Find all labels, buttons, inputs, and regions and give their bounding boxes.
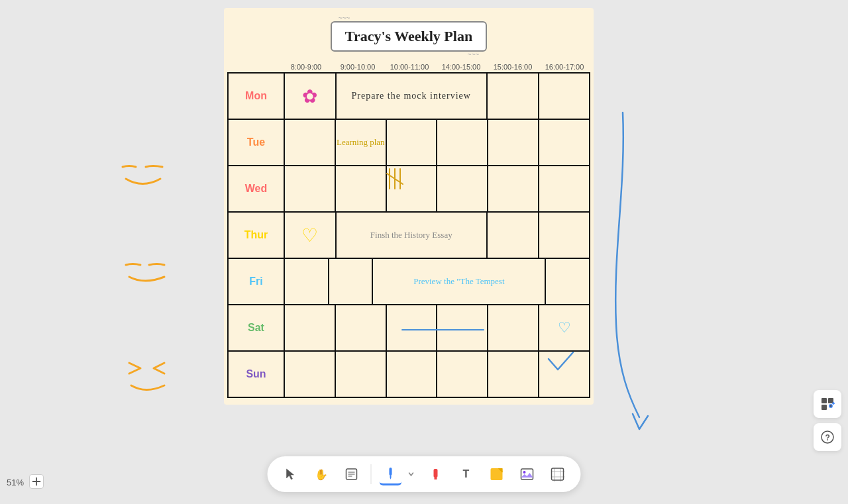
- sticky-note-button[interactable]: [486, 463, 508, 485]
- time-header-5: 15:00-16:00: [487, 62, 539, 72]
- grid-cell: [488, 166, 539, 211]
- fri-task-text: Preview the "The Tempest: [413, 276, 504, 287]
- svg-rect-22: [822, 398, 827, 403]
- grid-cell: [329, 259, 374, 304]
- svg-rect-10: [390, 468, 392, 476]
- plan-title-area: Tracy's Weekly Plan: [224, 8, 594, 62]
- grid-cell: ✿: [285, 74, 337, 119]
- svg-rect-24: [822, 405, 827, 410]
- flower-icon: ✿: [302, 85, 317, 107]
- day-label-sun: Sun: [229, 352, 285, 397]
- text-tool-button[interactable]: T: [455, 463, 478, 485]
- svg-text:✋: ✋: [315, 468, 328, 481]
- grid-cell: [387, 352, 438, 397]
- time-headers: 8:00-9:00 9:00-10:00 10:00-11:00 14:00-1…: [280, 62, 590, 72]
- grid-cell: [285, 352, 336, 397]
- svg-rect-14: [435, 478, 437, 479]
- zoom-plus-button[interactable]: [29, 474, 44, 491]
- grid-cell: ♡: [285, 213, 337, 258]
- table-row: Sun: [229, 352, 589, 397]
- check-icon: ♡: [558, 319, 571, 336]
- day-label-sat: Sat: [229, 305, 285, 350]
- mon-task-text: Prepare the mock interview: [352, 91, 471, 101]
- table-row: Mon ✿ Prepare the mock interview: [229, 74, 589, 120]
- svg-rect-11: [390, 476, 392, 478]
- svg-rect-17: [521, 469, 533, 479]
- grid-container: Mon ✿ Prepare the mock interview Tue: [227, 72, 590, 398]
- grid-cell: [488, 352, 539, 397]
- grid-cell: [546, 259, 589, 304]
- grid-cell: [488, 305, 539, 350]
- select-tool-button[interactable]: [280, 463, 302, 485]
- grid-cell: [336, 166, 387, 211]
- grid-cell: [336, 305, 387, 350]
- day-label-mon: Mon: [229, 74, 285, 119]
- grid-cell: [285, 259, 329, 304]
- plan-title-box: Tracy's Weekly Plan: [331, 21, 487, 52]
- grid-cell: [387, 305, 438, 350]
- svg-marker-12: [390, 478, 392, 479]
- grid-cells-sat: ♡: [285, 305, 589, 350]
- grid-cell: Preview the "The Tempest: [373, 259, 546, 304]
- grid-cell: [539, 120, 589, 165]
- help-button[interactable]: ?: [814, 423, 841, 451]
- grid-cell: [437, 120, 488, 165]
- svg-rect-13: [434, 469, 438, 478]
- plan-title: Tracy's Weekly Plan: [345, 28, 472, 44]
- grid-cells-thur: ♡ Finsh the History Essay: [285, 213, 589, 258]
- grid-cell: [488, 213, 539, 258]
- grid-cell: [387, 166, 438, 211]
- grid-cell: Prepare the mock interview: [337, 74, 488, 119]
- time-header-4: 14:00-15:00: [435, 62, 487, 72]
- grid-cell: [437, 352, 488, 397]
- day-label-tue: Tue: [229, 120, 285, 165]
- right-buttons: ?: [814, 390, 841, 451]
- grid-cells-fri: Preview the "The Tempest: [285, 259, 589, 304]
- table-row: Wed: [229, 166, 589, 213]
- grid-cell: [539, 213, 590, 258]
- grid-cell: [488, 120, 539, 165]
- grid-cell: Finsh the History Essay: [337, 213, 488, 258]
- svg-text:?: ?: [825, 433, 830, 442]
- table-row: Tue Learning plan: [229, 120, 589, 166]
- grid-cells-sun: [285, 352, 589, 397]
- grid-cells-wed: [285, 166, 589, 211]
- svg-point-18: [523, 471, 526, 474]
- grid-cell: [488, 74, 539, 119]
- time-header-3: 10:00-11:00: [384, 62, 435, 72]
- canvas: Tracy's Weekly Plan 8:00-9:00 9:00-10:00…: [0, 0, 848, 504]
- grid-cell: [285, 305, 336, 350]
- pen-tool-button[interactable]: [380, 463, 402, 485]
- hand-tool-button[interactable]: ✋: [310, 463, 333, 485]
- grid-button[interactable]: [814, 390, 841, 418]
- svg-rect-19: [552, 468, 564, 480]
- day-label-wed: Wed: [229, 166, 285, 211]
- heart-icon: ♡: [301, 225, 318, 246]
- grid-cell: [539, 74, 590, 119]
- pen-dropdown-button[interactable]: [406, 463, 417, 485]
- thur-task-text: Finsh the History Essay: [370, 230, 452, 240]
- grid-cell: [539, 352, 589, 397]
- day-label-thur: Thur: [229, 213, 285, 258]
- day-label-fri: Fri: [229, 259, 285, 304]
- time-header-6: 16:00-17:00: [539, 62, 590, 72]
- time-header-2: 9:00-10:00: [332, 62, 384, 72]
- weekly-plan: Tracy's Weekly Plan 8:00-9:00 9:00-10:00…: [224, 8, 594, 405]
- frame-button[interactable]: [547, 463, 569, 485]
- grid-cells-tue: Learning plan: [285, 120, 589, 165]
- image-button[interactable]: [516, 463, 539, 485]
- zoom-controls: 51%: [7, 474, 44, 491]
- grid-cell: [285, 166, 336, 211]
- svg-rect-25: [829, 405, 832, 407]
- time-header-1: 8:00-9:00: [280, 62, 332, 72]
- highlighter-tool-button[interactable]: [425, 463, 447, 485]
- grid-cell: [336, 352, 387, 397]
- zoom-level: 51%: [7, 478, 24, 487]
- pen-group: [380, 463, 417, 485]
- table-row: Fri Preview the "The Tempest: [229, 259, 589, 305]
- table-row: Thur ♡ Finsh the History Essay: [229, 213, 589, 259]
- grid-cell: [437, 166, 488, 211]
- grid-cell: [437, 305, 488, 350]
- separator-1: [371, 464, 372, 484]
- note-tool-button[interactable]: [341, 463, 363, 485]
